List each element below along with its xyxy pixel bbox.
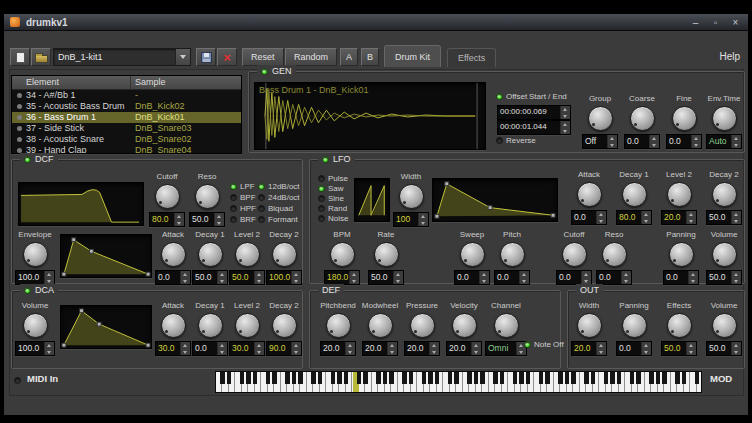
spin-arrows[interactable] bbox=[214, 213, 224, 226]
element-row[interactable]: 38 - Acoustic Snare DnB_Snare02 bbox=[12, 134, 241, 145]
decay1-spinbox[interactable]: 0.0 bbox=[192, 341, 228, 356]
maximize-icon[interactable] bbox=[709, 16, 722, 29]
open-preset-button[interactable] bbox=[31, 48, 51, 66]
pitch-knob[interactable] bbox=[500, 242, 525, 267]
spin-arrows[interactable] bbox=[641, 342, 651, 355]
pitchbend-spinbox[interactable]: 20.0 bbox=[320, 341, 356, 356]
spin-arrows[interactable] bbox=[621, 271, 631, 284]
filter-slope-formant[interactable]: Formant bbox=[258, 214, 298, 225]
filter-slope-biquad[interactable]: Biquad bbox=[258, 203, 293, 214]
dcf-envelope-display[interactable] bbox=[60, 234, 152, 278]
filter-slope-12db[interactable]: 12dB/oct bbox=[258, 181, 300, 192]
titlebar[interactable]: drumkv1 bbox=[4, 14, 748, 31]
channel-knob[interactable] bbox=[494, 313, 519, 338]
spin-arrows[interactable] bbox=[649, 135, 659, 148]
tab-effects[interactable]: Effects bbox=[447, 48, 496, 67]
pitch-spinbox[interactable]: 0.0 bbox=[494, 270, 530, 285]
spin-arrows[interactable] bbox=[731, 211, 741, 224]
spin-arrows[interactable] bbox=[686, 342, 696, 355]
delete-preset-button[interactable] bbox=[217, 48, 237, 66]
attack-knob[interactable] bbox=[161, 313, 186, 338]
spin-arrows[interactable] bbox=[174, 213, 184, 226]
spin-arrows[interactable] bbox=[560, 121, 570, 134]
help-menu[interactable]: Help bbox=[719, 51, 740, 62]
decay2-knob[interactable] bbox=[712, 182, 737, 207]
preset-combo[interactable]: DnB_1-kit1 bbox=[53, 48, 191, 66]
spin-arrows[interactable] bbox=[731, 271, 741, 284]
decay1-knob[interactable] bbox=[622, 182, 647, 207]
pitchbend-knob[interactable] bbox=[326, 313, 351, 338]
pressure-knob[interactable] bbox=[410, 313, 435, 338]
spin-arrows[interactable] bbox=[345, 342, 355, 355]
reset-button[interactable]: Reset bbox=[242, 48, 284, 66]
effects-spinbox[interactable]: 50.0 bbox=[661, 341, 697, 356]
offset-start-spinbox[interactable]: 00:00:00.069 bbox=[497, 105, 571, 120]
b-button[interactable]: B bbox=[361, 48, 379, 66]
close-icon[interactable] bbox=[729, 16, 742, 29]
spin-arrows[interactable] bbox=[254, 342, 264, 355]
modwheel-knob[interactable] bbox=[368, 313, 393, 338]
lfo-shape-noise[interactable]: Noise bbox=[318, 213, 348, 224]
coarse-knob[interactable] bbox=[630, 106, 655, 131]
decay1-spinbox[interactable]: 80.0 bbox=[616, 210, 652, 225]
coarse-spinbox[interactable]: 0.0 bbox=[624, 134, 660, 149]
column-sample[interactable]: Sample bbox=[131, 76, 241, 89]
velocity-knob[interactable] bbox=[452, 313, 477, 338]
spin-arrows[interactable] bbox=[387, 342, 397, 355]
panning-knob[interactable] bbox=[669, 242, 694, 267]
decay2-spinbox[interactable]: 50.0 bbox=[706, 210, 742, 225]
volume-knob[interactable] bbox=[23, 313, 48, 338]
sweep-spinbox[interactable]: 0.0 bbox=[454, 270, 490, 285]
fine-spinbox[interactable]: 0.0 bbox=[666, 134, 702, 149]
spin-arrows[interactable] bbox=[291, 271, 301, 284]
velocity-spinbox[interactable]: 20.0 bbox=[446, 341, 482, 356]
volume-knob[interactable] bbox=[712, 313, 737, 338]
element-list-header[interactable]: Element Sample bbox=[12, 76, 241, 90]
attack-spinbox[interactable]: 30.0 bbox=[155, 341, 191, 356]
sample-waveform-display[interactable]: Bass Drum 1 - DnB_Kick01 bbox=[254, 82, 486, 150]
spin-arrows[interactable] bbox=[291, 342, 301, 355]
spin-arrows[interactable] bbox=[731, 342, 741, 355]
reso-spinbox[interactable]: 50.0 bbox=[189, 212, 225, 227]
reso-spinbox[interactable]: 0.0 bbox=[596, 270, 632, 285]
rate-knob[interactable] bbox=[374, 242, 399, 267]
spin-arrows[interactable] bbox=[180, 271, 190, 284]
cutoff-knob[interactable] bbox=[562, 242, 587, 267]
attack-spinbox[interactable]: 0.0 bbox=[155, 270, 191, 285]
tab-drum-kit[interactable]: Drum Kit bbox=[384, 45, 441, 67]
spin-arrows[interactable] bbox=[217, 342, 227, 355]
spin-arrows[interactable] bbox=[217, 271, 227, 284]
volume-knob[interactable] bbox=[712, 242, 737, 267]
lfo-wave-display[interactable] bbox=[354, 178, 390, 222]
width-spinbox[interactable]: 100 bbox=[393, 212, 429, 227]
decay1-knob[interactable] bbox=[198, 242, 223, 267]
cutoff-knob[interactable] bbox=[155, 184, 180, 209]
spin-arrows[interactable] bbox=[688, 271, 698, 284]
filter-type-brf[interactable]: BRF bbox=[230, 214, 256, 225]
decay1-knob[interactable] bbox=[198, 313, 223, 338]
reso-knob[interactable] bbox=[195, 184, 220, 209]
element-row[interactable]: 36 - Bass Drum 1 DnB_Kick01 bbox=[12, 112, 241, 123]
spin-arrows[interactable] bbox=[349, 271, 359, 284]
level2-spinbox[interactable]: 20.0 bbox=[661, 210, 697, 225]
envtime-spinbox[interactable]: Auto bbox=[706, 134, 742, 149]
filter-response-display[interactable] bbox=[18, 182, 144, 226]
spin-arrows[interactable] bbox=[691, 135, 701, 148]
decay2-spinbox[interactable]: 100.0 bbox=[266, 270, 302, 285]
spin-arrows[interactable] bbox=[254, 271, 264, 284]
envtime-knob[interactable] bbox=[712, 106, 737, 131]
effects-knob[interactable] bbox=[667, 313, 692, 338]
save-preset-button[interactable] bbox=[196, 48, 216, 66]
modwheel-spinbox[interactable]: 20.0 bbox=[362, 341, 398, 356]
element-row[interactable]: 35 - Acoustic Bass Drum DnB_Kick02 bbox=[12, 101, 241, 112]
width-spinbox[interactable]: 20.0 bbox=[571, 341, 607, 356]
level2-knob[interactable] bbox=[235, 313, 260, 338]
spin-arrows[interactable] bbox=[607, 135, 617, 148]
level2-knob[interactable] bbox=[235, 242, 260, 267]
filter-slope-24db[interactable]: 24dB/oct bbox=[258, 192, 300, 203]
volume-spinbox[interactable]: 50.0 bbox=[706, 341, 742, 356]
width-knob[interactable] bbox=[577, 313, 602, 338]
level2-knob[interactable] bbox=[667, 182, 692, 207]
width-knob[interactable] bbox=[399, 184, 424, 209]
new-preset-button[interactable] bbox=[10, 48, 30, 66]
